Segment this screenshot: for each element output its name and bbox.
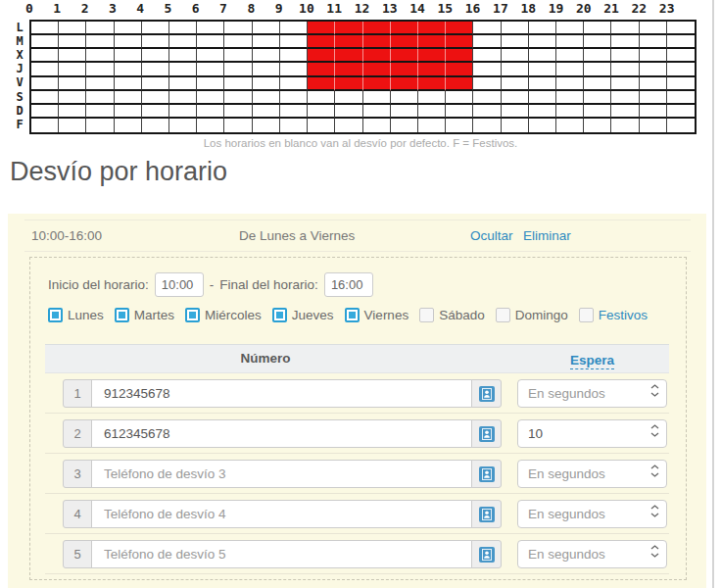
grid-cell: [473, 119, 501, 132]
day-checkbox-item: Lunes: [48, 308, 104, 322]
grid-cell: [59, 35, 86, 49]
contact-button[interactable]: [471, 500, 502, 528]
day-checkbox[interactable]: [48, 308, 63, 322]
end-time-label: Final del horario:: [219, 277, 318, 292]
phone-input-group: 3: [63, 460, 502, 488]
grid-cell: [391, 119, 418, 132]
grid-cell: [142, 119, 169, 132]
day-checkbox[interactable]: [272, 308, 287, 322]
delete-link[interactable]: Eliminar: [523, 228, 571, 243]
grid-cell: [640, 77, 667, 91]
spinner-up-button[interactable]: [650, 545, 659, 550]
grid-cell: [390, 63, 418, 76]
phone-input[interactable]: [91, 540, 472, 568]
phone-input[interactable]: [91, 500, 472, 528]
wait-input[interactable]: [518, 541, 644, 567]
end-time-input[interactable]: [324, 272, 373, 297]
grid-cell: [611, 22, 639, 35]
day-checkbox[interactable]: [345, 308, 360, 322]
numero-header: Número: [45, 351, 486, 366]
contact-button[interactable]: [471, 460, 502, 488]
hour-label: 17: [487, 1, 514, 16]
espera-header: Espera: [517, 351, 667, 368]
grid-cell: [86, 49, 114, 63]
phone-input[interactable]: [91, 419, 472, 448]
grid-cell: [308, 49, 335, 63]
grid-cell: [502, 35, 529, 49]
phone-input[interactable]: [91, 379, 472, 408]
day-label: J: [12, 62, 27, 75]
grid-cell: [502, 91, 529, 105]
grid-cell: [502, 22, 529, 35]
grid-cell: [502, 63, 529, 76]
spinner-up-button[interactable]: [650, 384, 659, 389]
grid-cell: [334, 22, 362, 35]
grid-cell: [390, 22, 418, 35]
start-time-input[interactable]: [155, 272, 204, 297]
grid-cell: [31, 35, 59, 49]
contact-button[interactable]: [471, 379, 502, 408]
grid-cell: [556, 77, 584, 91]
grid-cell: [169, 35, 197, 49]
day-checkbox[interactable]: [579, 308, 594, 322]
day-checkbox[interactable]: [115, 308, 129, 322]
phone-input-group: 1: [63, 379, 502, 408]
espera-header-link[interactable]: Espera: [570, 353, 614, 369]
grid-cell: [197, 77, 224, 91]
grid-cell: [640, 91, 667, 105]
phone-input[interactable]: [91, 460, 472, 488]
phone-input-group: 4: [63, 500, 502, 528]
grid-cell: [445, 77, 473, 91]
spinner-down-button[interactable]: [650, 553, 659, 558]
grid-cell: [169, 91, 197, 105]
hour-label: 5: [154, 1, 181, 16]
grid-cell: [253, 105, 280, 119]
grid-cell: [31, 77, 59, 91]
day-checkbox[interactable]: [185, 308, 200, 322]
spinner-up-button[interactable]: [650, 465, 659, 469]
grid-cell: [446, 105, 473, 119]
grid-cell: [253, 119, 280, 132]
grid-cell: [334, 77, 362, 91]
hour-label: 7: [210, 1, 237, 16]
grid-cell: [253, 77, 280, 91]
grid-cell: [197, 35, 224, 49]
grid-cell: [59, 63, 86, 76]
wait-input[interactable]: [518, 420, 644, 447]
spinner-down-button[interactable]: [650, 432, 659, 437]
schedule-panel: 10:00-16:00 De Lunes a Viernes Ocultar E…: [8, 214, 706, 588]
grid-cell: [473, 35, 501, 49]
grid-cell: [142, 105, 169, 119]
contact-button[interactable]: [471, 419, 502, 448]
grid-cell: [529, 49, 556, 63]
grid-cell: [59, 119, 86, 132]
scrollbar[interactable]: [712, 0, 714, 588]
grid-cell: [224, 77, 252, 91]
hide-link[interactable]: Ocultar: [470, 228, 513, 243]
wait-input[interactable]: [518, 380, 644, 407]
hour-label: 2: [72, 1, 99, 16]
spinner-down-button[interactable]: [650, 392, 659, 397]
day-checkbox-label: Lunes: [68, 308, 104, 322]
grid-cell: [197, 63, 224, 76]
spinner-down-button[interactable]: [650, 513, 659, 517]
contact-icon: [479, 507, 495, 522]
spinner-up-button[interactable]: [650, 505, 659, 510]
grid-cell: [362, 77, 391, 91]
wait-input[interactable]: [518, 461, 644, 487]
day-checkbox[interactable]: [419, 308, 434, 322]
wait-input[interactable]: [518, 501, 644, 527]
contact-button[interactable]: [471, 540, 502, 568]
grid-cell: [142, 22, 169, 35]
grid-cell: [86, 63, 114, 76]
grid-cell: [363, 105, 391, 119]
grid-cell: [445, 49, 473, 63]
day-checkbox[interactable]: [496, 308, 510, 322]
spinner-up-button[interactable]: [650, 424, 659, 429]
spinner-down-button[interactable]: [650, 472, 659, 477]
range-separator: -: [210, 277, 215, 292]
row-number-badge: 2: [63, 419, 92, 448]
grid-cell: [224, 119, 252, 132]
wait-spinner: [517, 419, 667, 448]
day-label: V: [12, 75, 27, 89]
